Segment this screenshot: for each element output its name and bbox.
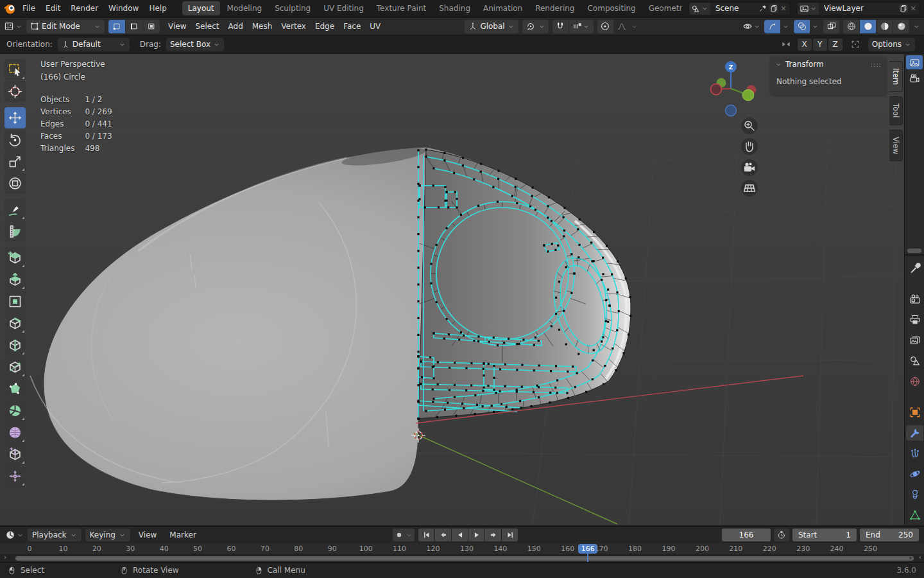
scroll-right-chevron[interactable]: ‹ bbox=[919, 553, 921, 561]
mirror-axis-z[interactable]: Z bbox=[828, 39, 843, 51]
xray-toggle[interactable] bbox=[823, 20, 839, 33]
outliner-scrollbar[interactable] bbox=[907, 249, 921, 253]
pan-button[interactable] bbox=[741, 138, 758, 155]
tool-extrude-region[interactable] bbox=[4, 269, 26, 290]
menu-edge[interactable]: Edge bbox=[311, 20, 339, 33]
unlink-scene-icon[interactable]: × bbox=[780, 4, 787, 13]
jump-to-start-button[interactable] bbox=[418, 529, 434, 541]
timeline-menu-marker[interactable]: Marker bbox=[165, 529, 200, 541]
overlays-toggle[interactable] bbox=[794, 20, 810, 33]
play-reverse-button[interactable] bbox=[452, 529, 468, 541]
menu-uv[interactable]: UV bbox=[365, 20, 385, 33]
mode-dropdown[interactable]: Edit Mode bbox=[26, 20, 105, 33]
menu-face[interactable]: Face bbox=[339, 20, 365, 33]
timeline-menu-view[interactable]: View bbox=[134, 529, 161, 541]
playhead-line[interactable] bbox=[587, 553, 588, 562]
menu-window[interactable]: Window bbox=[103, 2, 144, 15]
mesh-object[interactable] bbox=[30, 144, 631, 500]
outliner-camera[interactable] bbox=[906, 71, 923, 85]
tool-cursor[interactable] bbox=[4, 81, 26, 102]
tool-transform[interactable] bbox=[4, 173, 26, 194]
world-properties[interactable] bbox=[906, 374, 923, 389]
material-shading[interactable] bbox=[877, 20, 893, 33]
gizmo-dropdown[interactable] bbox=[781, 20, 790, 33]
workspace-tab[interactable]: Sculpting bbox=[269, 1, 316, 15]
wireframe-shading[interactable] bbox=[843, 20, 859, 33]
tool-select-box[interactable] bbox=[4, 59, 26, 80]
playhead[interactable]: 166 bbox=[578, 544, 597, 554]
use-preview-range-button[interactable] bbox=[774, 529, 789, 541]
tool-bevel[interactable] bbox=[4, 313, 26, 334]
tool-move[interactable] bbox=[4, 107, 26, 128]
menu-view[interactable]: View bbox=[164, 20, 191, 33]
tool-add-cube[interactable] bbox=[4, 247, 26, 268]
blender-logo-icon[interactable] bbox=[4, 3, 16, 15]
menu-add[interactable]: Add bbox=[224, 20, 248, 33]
tool-scale[interactable] bbox=[4, 151, 26, 172]
vertex-select-mode[interactable] bbox=[108, 20, 125, 33]
drag-mode-dropdown[interactable]: Select Box bbox=[166, 38, 224, 51]
tool-smooth[interactable] bbox=[4, 422, 26, 443]
gizmo-y-axis[interactable] bbox=[743, 90, 754, 101]
scene-browse-button[interactable] bbox=[689, 3, 710, 15]
editor-type-button[interactable] bbox=[4, 21, 22, 31]
menu-select[interactable]: Select bbox=[191, 20, 223, 33]
workspace-tab[interactable]: Shading bbox=[433, 1, 476, 15]
sidebar-tab-view[interactable]: View bbox=[889, 130, 903, 161]
new-scene-icon[interactable] bbox=[769, 4, 778, 13]
workspace-tab[interactable]: UV Editing bbox=[318, 1, 370, 15]
tool-rotate[interactable] bbox=[4, 129, 26, 150]
pivot-dropdown[interactable] bbox=[522, 20, 549, 33]
viewport-3d[interactable]: Z bbox=[0, 54, 903, 525]
workspace-tab[interactable]: Texture Paint bbox=[371, 1, 432, 15]
gizmo-x-axis[interactable] bbox=[711, 84, 722, 95]
constraint-properties[interactable] bbox=[906, 487, 923, 502]
zoom-button[interactable] bbox=[741, 118, 758, 134]
visibility-dropdown[interactable] bbox=[742, 21, 760, 31]
viewlayer-browse-button[interactable] bbox=[798, 3, 819, 15]
remove-viewlayer-icon[interactable]: × bbox=[910, 4, 916, 13]
timeline-scrollbar[interactable] bbox=[15, 556, 914, 561]
workspace-tab[interactable]: Geometry Nodes bbox=[643, 1, 682, 15]
timeline-ruler[interactable]: 0102030405060708090100110120130140150160… bbox=[0, 543, 924, 554]
gizmo-toggle[interactable] bbox=[764, 20, 780, 33]
solid-shading[interactable] bbox=[860, 20, 876, 33]
tool-shrink-fatten[interactable] bbox=[4, 466, 26, 487]
tool-poly-build[interactable] bbox=[4, 378, 26, 399]
tool-annotate[interactable] bbox=[4, 199, 26, 220]
workspace-tab[interactable]: Animation bbox=[477, 1, 528, 15]
current-frame-field[interactable]: 166 bbox=[722, 529, 771, 541]
menu-vertex[interactable]: Vertex bbox=[277, 20, 311, 33]
gizmo-z-neg-axis[interactable] bbox=[726, 105, 737, 116]
tool-inset-faces[interactable] bbox=[4, 291, 26, 312]
edge-select-mode[interactable] bbox=[126, 20, 142, 33]
workspace-tab[interactable]: Modeling bbox=[221, 1, 268, 15]
outliner-object-toggle[interactable] bbox=[906, 55, 923, 69]
falloff-dropdown[interactable] bbox=[614, 20, 630, 33]
timeline-menu-playback[interactable]: Playback bbox=[28, 529, 81, 541]
mirror-axis-x[interactable]: X bbox=[798, 39, 812, 51]
workspace-tab[interactable]: Compositing bbox=[581, 1, 641, 15]
menu-edit[interactable]: Edit bbox=[40, 2, 65, 15]
start-frame-field[interactable]: Start1 bbox=[792, 529, 857, 541]
navigation-gizmo[interactable]: Z bbox=[711, 61, 757, 116]
face-select-mode[interactable] bbox=[143, 20, 160, 33]
menu-render[interactable]: Render bbox=[65, 2, 103, 15]
tool-properties[interactable] bbox=[906, 261, 923, 276]
tool-knife[interactable] bbox=[4, 356, 26, 378]
menu-mesh[interactable]: Mesh bbox=[248, 20, 277, 33]
scene-name-field[interactable]: Scene bbox=[710, 4, 755, 13]
orientation-default-dropdown[interactable]: Default bbox=[58, 38, 130, 51]
jump-to-end-button[interactable] bbox=[502, 529, 518, 541]
snap-toggle[interactable] bbox=[552, 20, 569, 33]
camera-view-button[interactable] bbox=[741, 159, 758, 176]
rendered-shading[interactable] bbox=[893, 20, 909, 33]
new-viewlayer-icon[interactable] bbox=[899, 4, 908, 13]
orientation-dropdown[interactable]: Global bbox=[465, 20, 518, 33]
pin-icon[interactable] bbox=[758, 4, 767, 13]
menu-help[interactable]: Help bbox=[144, 2, 171, 15]
physics-properties[interactable] bbox=[906, 466, 923, 482]
auto-keying-button[interactable] bbox=[393, 529, 415, 541]
tool-edge-slide[interactable] bbox=[4, 444, 26, 465]
render-properties[interactable] bbox=[906, 292, 923, 307]
